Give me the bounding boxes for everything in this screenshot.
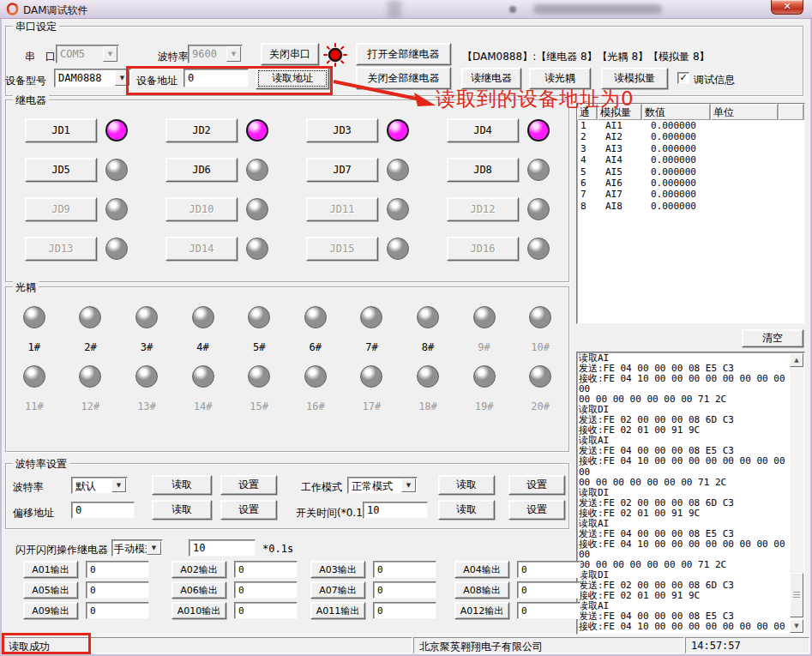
output-value-input[interactable] xyxy=(234,602,298,619)
table-row[interactable]: 1AI10.000000 xyxy=(577,120,804,131)
table-row[interactable]: 8AI80.000000 xyxy=(577,201,804,212)
relay-button-jd1[interactable]: JD1 xyxy=(25,118,97,142)
titlebar-reflection xyxy=(388,0,401,19)
read-analog-button[interactable]: 读模拟量 xyxy=(601,68,668,89)
output-button-a010[interactable]: A010输出 xyxy=(171,602,226,619)
output-button-a012[interactable]: A012输出 xyxy=(454,602,509,619)
output-value-input[interactable] xyxy=(86,561,149,578)
scroll-down-icon[interactable]: ▼ xyxy=(790,619,803,633)
output-button-a011[interactable]: A011输出 xyxy=(310,602,365,619)
switch-time-input[interactable] xyxy=(363,502,428,519)
switch-read-button[interactable]: 读取 xyxy=(438,500,495,520)
close-serial-button[interactable]: 关闭串口 xyxy=(261,43,319,65)
chevron-down-icon[interactable]: ▼ xyxy=(147,541,161,555)
baud-setting-select[interactable]: 默认 ▼ xyxy=(71,477,128,494)
read-relay-button[interactable]: 读继电器 xyxy=(461,68,521,89)
relay-button-jd15[interactable]: JD15 xyxy=(306,237,378,261)
analog-table[interactable]: 通模拟量数值单位 1AI10.0000002AI20.0000003AI30.0… xyxy=(576,103,805,324)
relay-button-jd5[interactable]: JD5 xyxy=(25,158,97,182)
read-opto-button[interactable]: 读光耦 xyxy=(529,68,591,89)
close-all-relays-button[interactable]: 关闭全部继电器 xyxy=(356,67,451,89)
output-value-input[interactable] xyxy=(517,602,580,619)
scroll-up-icon[interactable]: ▲ xyxy=(790,353,803,367)
table-row[interactable]: 3AI30.000000 xyxy=(577,143,804,154)
output-button-a09[interactable]: A09输出 xyxy=(23,602,78,619)
switch-set-button[interactable]: 设置 xyxy=(508,500,565,520)
table-row[interactable]: 4AI40.000000 xyxy=(577,154,804,166)
baud-select[interactable]: 9600 ▼ xyxy=(188,45,243,63)
output-value-input[interactable] xyxy=(234,561,298,578)
output-value-input[interactable] xyxy=(373,602,436,619)
table-row[interactable]: 7AI70.000000 xyxy=(577,189,804,200)
device-address-input[interactable] xyxy=(183,69,249,87)
output-value-input[interactable] xyxy=(86,581,149,599)
output-button-a05[interactable]: A05输出 xyxy=(23,581,78,599)
clear-log-button[interactable]: 清空 xyxy=(742,329,803,347)
read-address-button[interactable]: 读取地址 xyxy=(256,68,329,89)
chevron-down-icon[interactable]: ▼ xyxy=(115,70,129,86)
model-select[interactable]: DAM0888 ▼ xyxy=(54,69,131,87)
flash-mode-select[interactable]: 手动模式 ▼ xyxy=(111,539,163,557)
open-all-relays-button[interactable]: 打开全部继电器 xyxy=(356,43,451,65)
table-row[interactable]: 2AI20.000000 xyxy=(577,131,804,142)
output-button-a04[interactable]: A04输出 xyxy=(454,561,509,578)
flash-time-input[interactable] xyxy=(189,539,256,557)
output-button-a03[interactable]: A03输出 xyxy=(310,561,365,578)
relay-button-jd7[interactable]: JD7 xyxy=(306,158,378,182)
chevron-down-icon[interactable]: ▼ xyxy=(103,46,117,62)
output-button-a01[interactable]: A01输出 xyxy=(23,561,78,578)
analog-column-header[interactable]: 数值 xyxy=(642,104,711,120)
opto-label: 16# xyxy=(306,400,325,412)
output-button-a08[interactable]: A08输出 xyxy=(454,581,509,599)
relay-button-jd12[interactable]: JD12 xyxy=(447,197,519,221)
output-value-input[interactable] xyxy=(517,581,580,599)
relay-button-jd4[interactable]: JD4 xyxy=(447,118,519,142)
debug-info-checkbox[interactable]: ✓ xyxy=(677,72,689,84)
output-value-input[interactable] xyxy=(517,561,580,578)
output-button-a07[interactable]: A07输出 xyxy=(310,581,365,599)
output-value-input[interactable] xyxy=(234,581,298,599)
analog-column-header[interactable]: 模拟量 xyxy=(598,104,642,120)
relay-button-jd3[interactable]: JD3 xyxy=(306,118,378,142)
output-button-a02[interactable]: A02输出 xyxy=(171,561,226,578)
chevron-down-icon[interactable]: ▼ xyxy=(401,478,416,492)
output-value-input[interactable] xyxy=(373,581,436,599)
relay-button-jd9[interactable]: JD9 xyxy=(25,197,97,221)
offset-read-button[interactable]: 读取 xyxy=(152,500,212,520)
flash-relay-row: 闪开闪闭操作继电器 手动模式 ▼ *0.1s xyxy=(5,537,569,559)
baud-read-button[interactable]: 读取 xyxy=(152,475,212,495)
mode-set-button[interactable]: 设置 xyxy=(508,475,565,495)
relay-button-jd13[interactable]: JD13 xyxy=(25,237,97,261)
log-scrollbar[interactable]: ▲ ▼ xyxy=(790,353,803,633)
port-select[interactable]: COM5 ▼ xyxy=(56,45,119,63)
output-value-input[interactable] xyxy=(86,602,149,619)
output-button-a06[interactable]: A06输出 xyxy=(171,581,226,599)
analog-column-header[interactable] xyxy=(779,104,804,120)
mode-read-button[interactable]: 读取 xyxy=(438,475,495,495)
relay-button-jd10[interactable]: JD10 xyxy=(165,197,238,221)
chevron-down-icon[interactable]: ▼ xyxy=(226,46,241,62)
log-text[interactable]: 读取AI 发送:FE 04 00 00 00 08 E5 C3 接收:FE 04… xyxy=(579,353,789,633)
opto-led-icon xyxy=(23,306,45,328)
baud-set-button[interactable]: 设置 xyxy=(220,475,277,495)
table-row[interactable]: 6AI60.000000 xyxy=(577,178,804,189)
output-value-input[interactable] xyxy=(373,561,436,578)
scrollbar-thumb[interactable] xyxy=(790,573,803,617)
offset-address-input[interactable] xyxy=(71,502,135,519)
offset-set-button[interactable]: 设置 xyxy=(220,500,277,520)
relay-button-jd6[interactable]: JD6 xyxy=(165,158,238,182)
relay-button-jd2[interactable]: JD2 xyxy=(165,118,238,142)
analog-column-header[interactable]: 通 xyxy=(577,104,598,120)
close-button[interactable]: ✕ xyxy=(771,0,803,15)
chevron-down-icon[interactable]: ▼ xyxy=(111,478,126,492)
relay-button-jd14[interactable]: JD14 xyxy=(165,237,238,261)
relay-button-jd11[interactable]: JD11 xyxy=(306,197,378,221)
work-mode-select[interactable]: 正常模式 ▼ xyxy=(347,477,418,494)
relay-button-jd16[interactable]: JD16 xyxy=(447,237,519,261)
relay-cell: JD9 xyxy=(6,190,147,229)
relay-cell: JD15 xyxy=(287,229,428,268)
table-row[interactable]: 5AI50.000000 xyxy=(577,166,804,178)
relay-button-jd8[interactable]: JD8 xyxy=(447,158,519,182)
relay-cell: JD1 xyxy=(6,111,147,150)
analog-column-header[interactable]: 单位 xyxy=(711,104,779,120)
